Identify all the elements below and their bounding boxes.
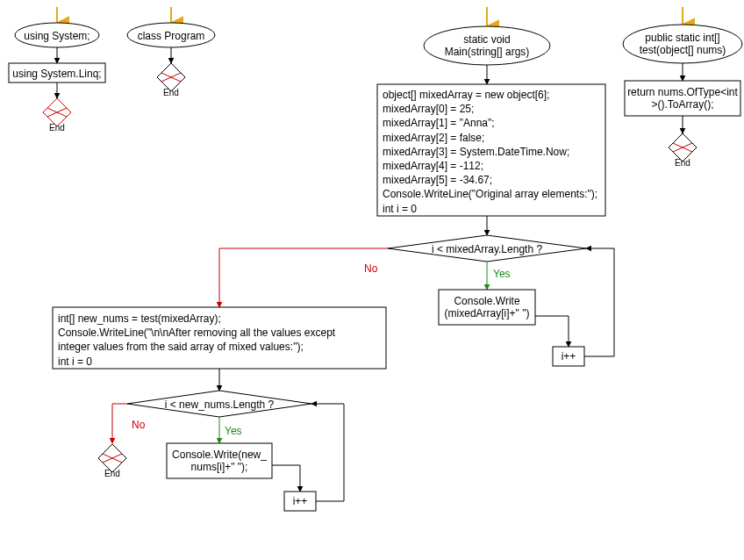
node-using-linq: using System.Linq; (11, 68, 104, 80)
start-test: public static int[] test(object[] nums) (628, 32, 737, 57)
block-after-remove: int[] new_nums = test(mixedArray); Conso… (58, 312, 383, 369)
incr-2: i++ (284, 495, 316, 507)
block-main-init: object[] mixedArray = new object[6]; mix… (383, 88, 602, 216)
incr-1: i++ (553, 350, 584, 363)
start-main: static void Main(string[] args) (434, 33, 540, 59)
decision-mixed-length: i < mixedArray.Length ? (417, 243, 557, 255)
end-1: End (44, 123, 70, 133)
yes-label-2: Yes (225, 425, 242, 437)
end-2: End (158, 88, 184, 98)
block-print-mixed: Console.Write (mixedArray[i]+" ") (439, 295, 535, 320)
no-label-2: No (132, 419, 146, 431)
start-using-system: using System; (15, 30, 99, 42)
end-main: End (99, 469, 125, 479)
decision-newnums-length: i < new_nums.Length ? (149, 398, 290, 411)
yes-label-1: Yes (493, 268, 511, 280)
no-label-1: No (364, 262, 378, 275)
block-test-body: return nums.OfType<int >().ToArray(); (626, 86, 739, 111)
end-test: End (669, 158, 696, 169)
block-print-newnums: Console.Write(new_ nums[i]+" "); (167, 449, 272, 474)
start-class-program: class Program (132, 30, 211, 42)
